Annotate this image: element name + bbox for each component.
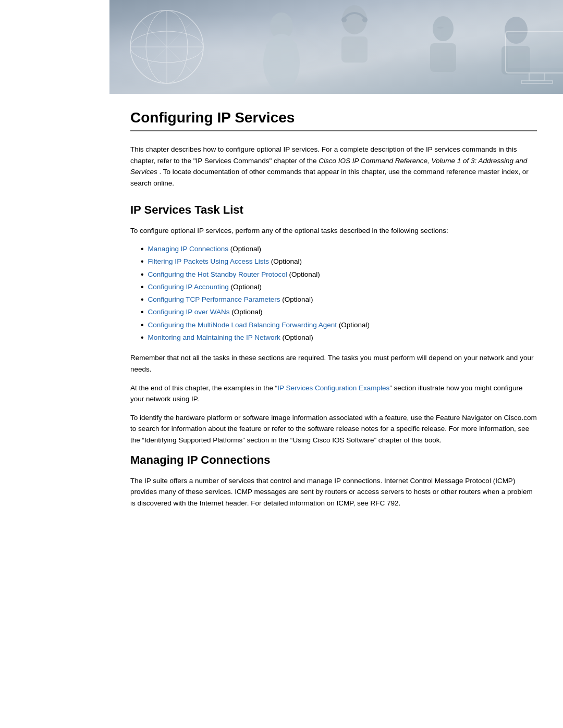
header-left-blank bbox=[0, 0, 109, 94]
task-link-8[interactable]: Monitoring and Maintaining the IP Networ… bbox=[148, 334, 280, 341]
managing-heading: Managing IP Connections bbox=[130, 453, 537, 467]
list-item: • Configuring IP Accounting (Optional) bbox=[141, 281, 537, 293]
intro-paragraph: This chapter describes how to configure … bbox=[130, 144, 537, 189]
svg-rect-18 bbox=[430, 43, 456, 72]
page-layout: Configuring IP Services This chapter des… bbox=[0, 94, 563, 728]
examples-para: At the end of this chapter, the examples… bbox=[130, 382, 537, 405]
list-item: • Configuring TCP Performance Parameters… bbox=[141, 293, 537, 306]
task-link-4[interactable]: Configuring IP Accounting bbox=[148, 283, 229, 291]
list-item: • Configuring IP over WANs (Optional) bbox=[141, 306, 537, 318]
bullet-icon: • bbox=[141, 319, 144, 331]
header-banner bbox=[109, 0, 563, 94]
task-list: • Managing IP Connections (Optional) • F… bbox=[141, 243, 537, 344]
bullet-icon: • bbox=[141, 306, 144, 318]
bullet-icon: • bbox=[141, 243, 144, 255]
bullet-icon: • bbox=[141, 255, 144, 268]
svg-rect-22 bbox=[508, 34, 563, 68]
bullet-icon: • bbox=[141, 331, 144, 344]
remember-para: Remember that not all the tasks in these… bbox=[130, 352, 537, 375]
list-item: • Managing IP Connections (Optional) bbox=[141, 243, 537, 255]
list-item: • Monitoring and Maintaining the IP Netw… bbox=[141, 331, 537, 344]
svg-point-16 bbox=[362, 17, 368, 22]
bullet-icon: • bbox=[141, 268, 144, 281]
task-list-heading: IP Services Task List bbox=[130, 203, 537, 217]
bullet-icon: • bbox=[141, 281, 144, 293]
main-content: Configuring IP Services This chapter des… bbox=[109, 94, 563, 728]
task-link-2[interactable]: Filtering IP Packets Using Access Lists bbox=[148, 257, 269, 265]
list-item: • Configuring the Hot Standby Router Pro… bbox=[141, 268, 537, 281]
task-link-3[interactable]: Configuring the Hot Standby Router Proto… bbox=[148, 270, 287, 278]
managing-para: The IP suite offers a number of services… bbox=[130, 475, 537, 509]
svg-point-17 bbox=[433, 16, 454, 41]
page-header bbox=[0, 0, 563, 94]
list-item: • Filtering IP Packets Using Access List… bbox=[141, 255, 537, 268]
list-item: • Configuring the MultiNode Load Balanci… bbox=[141, 319, 537, 331]
left-sidebar bbox=[0, 94, 109, 728]
examples-link[interactable]: IP Services Configuration Examples bbox=[277, 384, 389, 392]
task-list-description: To configure optional IP services, perfo… bbox=[130, 225, 537, 237]
chapter-title: Configuring IP Services bbox=[130, 109, 537, 126]
svg-rect-14 bbox=[341, 36, 368, 63]
feature-navigator-para: To identify the hardware platform or sof… bbox=[130, 412, 537, 446]
task-link-1[interactable]: Managing IP Connections bbox=[148, 245, 228, 253]
svg-rect-12 bbox=[266, 42, 297, 63]
svg-point-15 bbox=[341, 17, 347, 22]
task-link-5[interactable]: Configuring TCP Performance Parameters bbox=[148, 295, 280, 303]
bullet-icon: • bbox=[141, 293, 144, 306]
task-link-7[interactable]: Configuring the MultiNode Load Balancing… bbox=[148, 321, 337, 329]
title-rule bbox=[130, 130, 537, 131]
task-link-6[interactable]: Configuring IP over WANs bbox=[148, 308, 230, 316]
